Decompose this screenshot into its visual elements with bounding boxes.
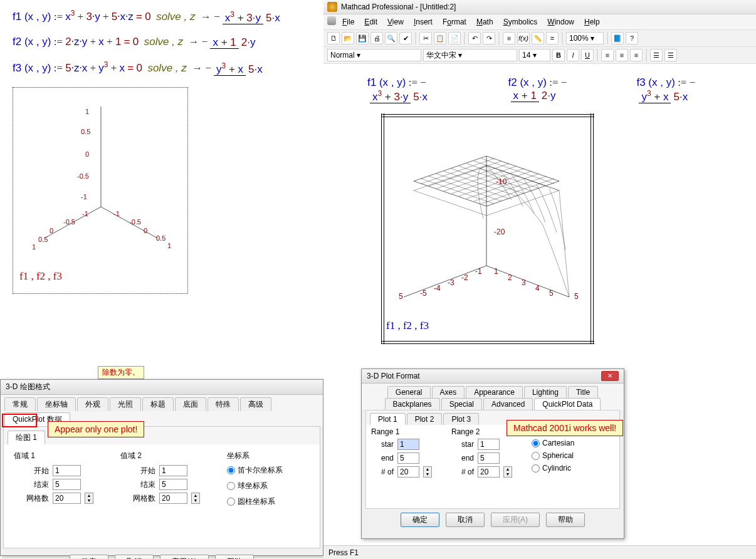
menu-help[interactable]: Help [580, 16, 604, 28]
tab-special-en[interactable]: Special [441, 398, 482, 410]
bullets-icon[interactable]: ☰ [650, 49, 663, 61]
tab-plot-3-en[interactable]: Plot 3 [443, 413, 479, 425]
menu-symbolics[interactable]: Symbolics [500, 16, 542, 28]
menu-math[interactable]: Math [473, 16, 497, 28]
calc-icon[interactable]: = [546, 32, 559, 44]
size-combo[interactable]: 14 ▾ [519, 49, 550, 61]
fn-icon[interactable]: f(x) [517, 32, 530, 44]
tab-advanced[interactable]: 高级 [240, 397, 271, 411]
range2-start-input-en[interactable] [478, 439, 500, 450]
copy-icon[interactable]: 📋 [434, 32, 446, 44]
coord-title: 坐标系 [227, 451, 283, 461]
redo-icon[interactable]: ↷ [483, 32, 495, 44]
menu-format[interactable]: Format [439, 16, 470, 28]
whatsthis-icon[interactable]: ? [626, 32, 638, 44]
tab-title[interactable]: 标题 [142, 397, 174, 411]
align-center-icon[interactable]: ≡ [616, 49, 628, 61]
tab-title-en[interactable]: Title [568, 386, 598, 398]
menu-insert[interactable]: Insert [410, 16, 436, 28]
cut-icon[interactable]: ✂ [419, 32, 432, 44]
tab-axes[interactable]: 坐标轴 [37, 397, 76, 411]
underline-icon[interactable]: U [581, 49, 594, 61]
spinner-icon[interactable]: ▲▼ [423, 466, 432, 478]
align-right-icon[interactable]: ≡ [630, 49, 643, 61]
spinner-icon[interactable]: ▲▼ [85, 493, 93, 504]
tab-lighting[interactable]: 光照 [110, 397, 141, 411]
range2-end-input[interactable] [159, 479, 187, 490]
range1-end-input-en[interactable] [397, 452, 419, 464]
tab-lighting-en[interactable]: Lighting [524, 386, 567, 398]
range1-start-input[interactable] [53, 465, 81, 476]
dialog-3d-plot-format-cn: 3-D 绘图格式 常规 坐标轴 外观 光照 标题 底面 特殊 高级 QuickP… [0, 379, 323, 556]
app-titlebar[interactable]: Mathcad Professional - [Untitled:2] [323, 0, 756, 14]
svg-line-20 [486, 266, 569, 297]
tab-plot-1[interactable]: 绘图 1 [8, 431, 45, 444]
spinner-icon[interactable]: ▲▼ [503, 466, 512, 478]
help-button[interactable]: 帮助 [215, 555, 254, 559]
align-icon[interactable]: ≡ [503, 32, 515, 44]
menu-edit[interactable]: Edit [360, 16, 381, 28]
style-combo[interactable]: Normal ▾ [327, 49, 421, 61]
apply-button-en[interactable]: 应用(A) [491, 513, 540, 527]
spell-icon[interactable]: ✔ [399, 32, 412, 44]
apply-button[interactable]: 应用(A) [160, 555, 209, 559]
tab-quickplot-data-en[interactable]: QuickPlot Data [534, 398, 601, 410]
range1-end-input[interactable] [53, 479, 81, 490]
range2-grids-input[interactable] [159, 493, 187, 504]
plot-right-3d[interactable]: -10 -20 -1-2-3-4-5 12345 55 f1 , f2 , f3 [377, 110, 598, 348]
range2-end-input-en[interactable] [478, 452, 500, 464]
font-combo[interactable]: 华文中宋 ▾ [423, 49, 517, 61]
tab-plot-2-en[interactable]: Plot 2 [407, 413, 443, 425]
tab-backplanes-en[interactable]: Backplanes [385, 398, 440, 410]
ok-button-en[interactable]: 确定 [401, 513, 439, 527]
bold-icon[interactable]: B [552, 49, 565, 61]
tab-general[interactable]: 常规 [4, 397, 36, 411]
paste-icon[interactable]: 📄 [448, 32, 461, 44]
cancel-button[interactable]: 取消 [115, 555, 154, 559]
range2-grids-input-en[interactable] [478, 466, 500, 478]
radio-cylindric-en[interactable] [532, 464, 540, 473]
radio-spherical-en[interactable] [532, 452, 540, 460]
help-button-en[interactable]: 帮助 [546, 513, 585, 527]
italic-icon[interactable]: I [567, 49, 579, 61]
tab-advanced-en[interactable]: Advanced [483, 398, 533, 410]
toolbar-format: Normal ▾ 华文中宋 ▾ 14 ▾ B I U ≡ ≡ ≡ ☰ ☰ [323, 47, 756, 64]
range1-grids-input[interactable] [53, 493, 81, 504]
radio-cylindrical[interactable] [227, 498, 235, 506]
tab-general-en[interactable]: General [387, 386, 431, 398]
close-icon[interactable]: ✕ [601, 371, 619, 381]
menu-view[interactable]: View [384, 16, 407, 28]
plot-left-3d[interactable]: 10.50-0.5-1 -1-0.500.51 -1-0.500.51 f1 ,… [13, 87, 188, 294]
range1-grids-input-en[interactable] [397, 466, 419, 478]
radio-spherical[interactable] [227, 482, 235, 490]
print-icon[interactable]: 🖨 [370, 32, 383, 44]
menu-file[interactable]: File [339, 16, 358, 28]
align-left-icon[interactable]: ≡ [601, 49, 614, 61]
radio-cartesian[interactable] [227, 466, 235, 474]
spinner-icon[interactable]: ▲▼ [191, 493, 200, 504]
dialog-title[interactable]: 3-D 绘图格式 [1, 380, 323, 395]
range2-start-input[interactable] [159, 465, 187, 476]
tab-backplanes[interactable]: 底面 [175, 397, 206, 411]
radio-cartesian-en[interactable] [532, 439, 540, 447]
new-icon[interactable]: 🗋 [327, 32, 340, 44]
menu-window[interactable]: Window [543, 16, 578, 28]
unit-icon[interactable]: 📏 [532, 32, 544, 44]
preview-icon[interactable]: 🔍 [385, 32, 397, 44]
dialog-title-en[interactable]: 3-D Plot Format ✕ [362, 369, 624, 384]
help-icon[interactable]: 📘 [611, 32, 624, 44]
save-icon[interactable]: 💾 [356, 32, 369, 44]
undo-icon[interactable]: ↶ [468, 32, 481, 44]
tab-special[interactable]: 特殊 [207, 397, 239, 411]
ok-button[interactable]: 确定 [70, 555, 108, 559]
tab-appearance[interactable]: 外观 [77, 397, 108, 411]
numbering-icon[interactable]: ☰ [664, 49, 677, 61]
open-icon[interactable]: 📂 [342, 32, 354, 44]
workspace[interactable]: f1 (x , y) := −x3 + 3·y5·x f2 (x , y) :=… [323, 64, 756, 390]
tab-axes-en[interactable]: Axes [432, 386, 465, 398]
cancel-button-en[interactable]: 取消 [446, 513, 485, 527]
tab-appearance-en[interactable]: Appearance [466, 386, 523, 398]
range1-start-input-en[interactable] [397, 439, 419, 450]
tab-plot-1-en[interactable]: Plot 1 [370, 413, 406, 425]
zoom-combo[interactable]: 100% ▾ [566, 32, 604, 44]
